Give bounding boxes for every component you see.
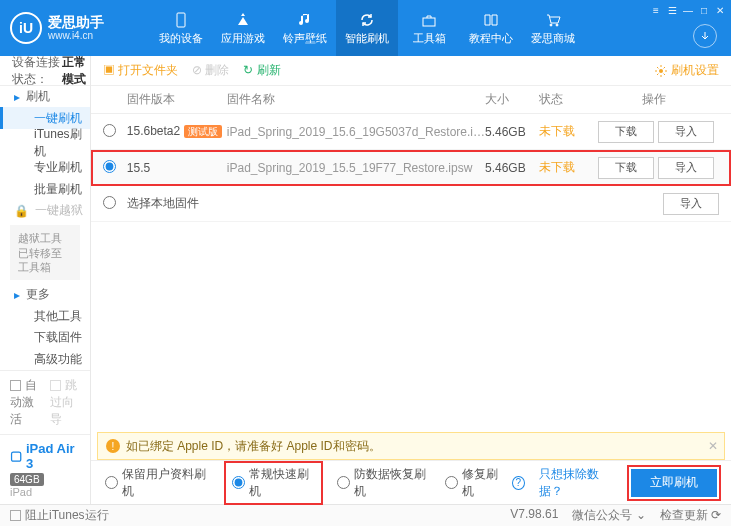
sidebar-item-advanced[interactable]: 高级功能 xyxy=(0,349,90,370)
cart-icon xyxy=(544,11,562,29)
lock-icon: 🔒 xyxy=(14,204,29,218)
sidebar-item-other[interactable]: 其他工具 xyxy=(0,306,90,327)
app-logo: iU 爱思助手 www.i4.cn xyxy=(0,12,150,44)
help-icon[interactable]: ? xyxy=(512,476,525,490)
flash-now-button[interactable]: 立即刷机 xyxy=(631,469,717,497)
th-ops: 操作 xyxy=(589,91,719,108)
nav-my-device[interactable]: 我的设备 xyxy=(150,0,212,56)
device-model: iPad xyxy=(10,486,80,498)
nav-flash[interactable]: 智能刷机 xyxy=(336,0,398,56)
th-name: 固件名称 xyxy=(227,91,485,108)
more-icon: ▸ xyxy=(14,288,20,302)
row-radio[interactable] xyxy=(103,124,116,137)
sidebar-group-flash[interactable]: ▸刷机 xyxy=(0,86,90,107)
wechat-link[interactable]: 微信公众号 ⌄ xyxy=(572,507,645,524)
opt-keep-data[interactable]: 保留用户资料刷机 xyxy=(105,466,210,500)
svg-point-3 xyxy=(556,24,558,26)
maximize-icon[interactable]: □ xyxy=(697,4,711,16)
opt-anti-recovery[interactable]: 防数据恢复刷机 xyxy=(337,466,431,500)
close-warning-icon[interactable]: ✕ xyxy=(708,439,718,453)
download-manager-icon[interactable] xyxy=(693,24,717,48)
appleid-warning: ! 如已绑定 Apple ID，请准备好 Apple ID和密码。 ✕ xyxy=(97,432,725,460)
import-button[interactable]: 导入 xyxy=(658,121,714,143)
svg-point-4 xyxy=(659,69,663,73)
version-label: V7.98.61 xyxy=(510,507,558,524)
check-update-link[interactable]: 检查更新 ⟳ xyxy=(660,507,721,524)
menu-icon[interactable]: ≡ xyxy=(649,4,663,16)
svg-point-2 xyxy=(550,24,552,26)
app-icon xyxy=(234,11,252,29)
sidebar-group-jailbreak[interactable]: 🔒一键越狱 xyxy=(0,200,90,221)
book-icon xyxy=(482,11,500,29)
import-button[interactable]: 导入 xyxy=(663,193,719,215)
opt-normal[interactable]: 常规快速刷机 xyxy=(224,461,323,505)
sidebar-item-download[interactable]: 下载固件 xyxy=(0,327,90,348)
th-version: 固件版本 xyxy=(127,91,227,108)
sidebar-item-batch[interactable]: 批量刷机 xyxy=(0,178,90,199)
svg-rect-1 xyxy=(423,18,435,26)
opt-repair[interactable]: 修复刷机? xyxy=(445,466,524,500)
toolbox-icon xyxy=(420,11,438,29)
open-folder-button[interactable]: ▣ 打开文件夹 xyxy=(103,62,178,79)
sidebar-item-itunes[interactable]: iTunes刷机 xyxy=(0,129,90,157)
th-size: 大小 xyxy=(485,91,539,108)
beta-badge: 测试版 xyxy=(184,125,222,138)
firmware-row[interactable]: 15.5 iPad_Spring_2019_15.5_19F77_Restore… xyxy=(91,150,731,186)
warning-icon: ! xyxy=(106,439,120,453)
app-url: www.i4.cn xyxy=(48,30,104,41)
download-button[interactable]: 下载 xyxy=(598,157,654,179)
device-status: 设备连接状态：正常模式 xyxy=(0,56,90,86)
th-status: 状态 xyxy=(539,91,589,108)
block-itunes-checkbox[interactable]: 阻止iTunes运行 xyxy=(10,507,109,524)
close-icon[interactable]: ✕ xyxy=(713,4,727,16)
nav-ringtone[interactable]: 铃声壁纸 xyxy=(274,0,336,56)
minimize-icon[interactable]: — xyxy=(681,4,695,16)
flash-icon: ▸ xyxy=(14,90,20,104)
nav-apps[interactable]: 应用游戏 xyxy=(212,0,274,56)
delete-button[interactable]: ⊘ 删除 xyxy=(192,62,229,79)
device-panel[interactable]: ▢iPad Air 3 64GB iPad xyxy=(0,434,90,504)
download-button[interactable]: 下载 xyxy=(598,121,654,143)
auto-activate-checkbox[interactable]: 自动激活 xyxy=(10,377,40,428)
erase-link[interactable]: 只想抹除数据？ xyxy=(539,466,617,500)
sidebar-group-more[interactable]: ▸更多 xyxy=(0,284,90,305)
logo-icon: iU xyxy=(10,12,42,44)
nav-tools[interactable]: 工具箱 xyxy=(398,0,460,56)
nav-tutorial[interactable]: 教程中心 xyxy=(460,0,522,56)
app-name: 爱思助手 xyxy=(48,15,104,30)
firmware-row[interactable]: 15.6beta2测试版 iPad_Spring_2019_15.6_19G50… xyxy=(91,114,731,150)
music-icon xyxy=(296,11,314,29)
local-firmware-row[interactable]: 选择本地固件 导入 xyxy=(91,186,731,222)
sidebar-item-pro[interactable]: 专业刷机 xyxy=(0,157,90,178)
flash-settings-button[interactable]: 刷机设置 xyxy=(655,62,719,79)
skip-guide-checkbox[interactable]: 跳过向导 xyxy=(50,377,80,428)
phone-icon xyxy=(172,11,190,29)
svg-rect-0 xyxy=(177,13,185,27)
tablet-icon: ▢ xyxy=(10,448,22,463)
jailbreak-note: 越狱工具已转移至工具箱 xyxy=(10,225,80,280)
row-radio[interactable] xyxy=(103,160,116,173)
pin-icon[interactable]: ☰ xyxy=(665,4,679,16)
row-radio[interactable] xyxy=(103,196,116,209)
device-capacity: 64GB xyxy=(10,473,44,486)
refresh-icon xyxy=(358,11,376,29)
import-button[interactable]: 导入 xyxy=(658,157,714,179)
refresh-button[interactable]: ↻ 刷新 xyxy=(243,62,280,79)
nav-store[interactable]: 爱思商城 xyxy=(522,0,584,56)
